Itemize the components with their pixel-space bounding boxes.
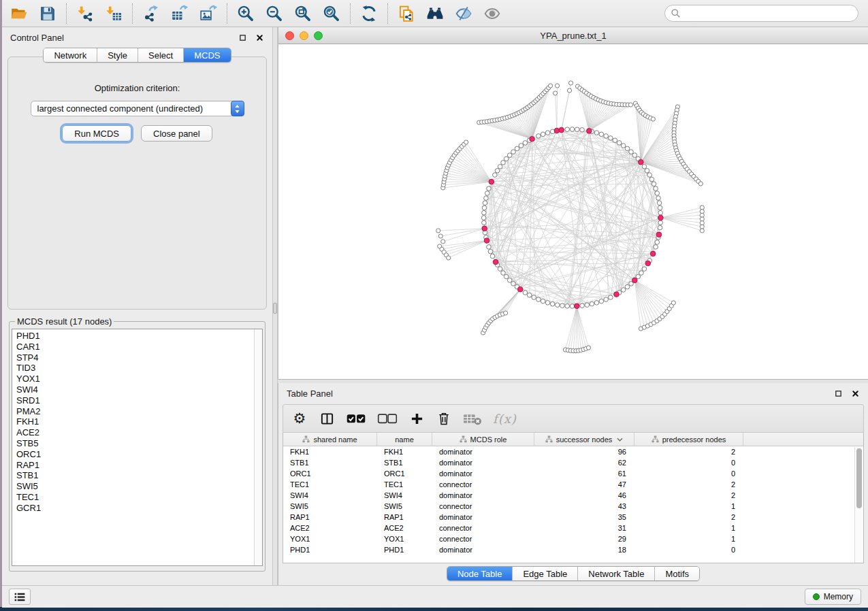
search-input[interactable] (681, 7, 858, 20)
mcds-result-item[interactable]: PHD1 (16, 331, 262, 342)
cell-name: PHD1 (377, 544, 432, 555)
zoom-in-icon[interactable] (231, 2, 260, 25)
mcds-result-item[interactable]: FKH1 (16, 416, 262, 427)
export-table-icon[interactable] (165, 2, 194, 25)
cell-shared-name: TEC1 (283, 479, 377, 490)
mcds-result-item[interactable]: SWI5 (16, 481, 262, 492)
table-row[interactable]: RAP1RAP1dominator352 (283, 512, 863, 523)
network-search-box[interactable] (664, 5, 858, 22)
tab-motifs[interactable]: Motifs (655, 567, 699, 580)
cell-shared-name: SWI5 (283, 501, 377, 512)
network-graph[interactable] (278, 44, 868, 379)
close-panel-icon[interactable] (255, 33, 264, 42)
column-header-successor-nodes[interactable]: successor nodes (534, 433, 634, 446)
cell-MCDS-role: dominator (432, 490, 534, 501)
select-all-rows-icon[interactable] (346, 408, 366, 429)
mcds-result-item[interactable]: GCR1 (16, 503, 262, 514)
table-row[interactable]: SWI5SWI5connector431 (283, 501, 863, 512)
import-table-icon[interactable] (99, 2, 128, 25)
control-panel-tabs: NetworkStyleSelectMCDS (2, 48, 272, 65)
mcds-result-item[interactable]: SWI4 (16, 384, 262, 395)
tab-style[interactable]: Style (97, 48, 138, 62)
run-mcds-button[interactable]: Run MCDS (62, 125, 131, 142)
mcds-result-item[interactable]: YOX1 (16, 374, 262, 384)
mcds-result-item[interactable]: ORC1 (16, 449, 262, 460)
float-panel-icon[interactable] (238, 33, 247, 42)
mcds-result-item[interactable]: STB5 (16, 438, 262, 449)
table-row[interactable]: STB1STB1dominator620 (283, 457, 863, 468)
table-settings-icon[interactable]: ⚙ (291, 408, 308, 429)
close-table-panel-icon[interactable] (851, 389, 860, 398)
cell-shared-name: SWI4 (283, 490, 377, 501)
column-header-shared-name[interactable]: shared name (283, 433, 377, 446)
column-header-predecessor-nodes[interactable]: predecessor nodes (634, 433, 743, 446)
network-window-titlebar[interactable]: YPA_prune.txt_1 (278, 27, 868, 44)
cell-predecessor-nodes: 0 (634, 468, 743, 479)
zoom-fit-icon[interactable] (289, 2, 317, 25)
cell-shared-name: STB1 (283, 457, 377, 468)
table-tabs-bar: Node TableEdge TableNetwork TableMotifs (278, 563, 868, 584)
mcds-result-groupbox: MCDS result (17 nodes) PHD1CAR1STP4TID3Y… (9, 316, 266, 572)
create-column-icon[interactable] (408, 408, 425, 429)
export-network-icon[interactable] (137, 2, 165, 25)
save-session-icon[interactable] (33, 2, 62, 25)
mcds-result-item[interactable]: CAR1 (16, 342, 262, 352)
tab-network-table[interactable]: Network Table (578, 567, 655, 580)
split-table-icon[interactable] (319, 408, 335, 429)
cell-predecessor-nodes: 1 (634, 501, 743, 512)
tab-select[interactable]: Select (138, 48, 184, 62)
cell-predecessor-nodes: 2 (634, 512, 743, 523)
column-header-MCDS-role[interactable]: MCDS role (432, 433, 534, 446)
mcds-result-item[interactable]: TEC1 (16, 492, 262, 503)
zoom-selected-icon[interactable] (317, 2, 346, 25)
cell-successor-nodes: 31 (534, 523, 634, 533)
network-canvas[interactable] (278, 44, 868, 380)
task-history-button[interactable] (9, 589, 31, 605)
table-row[interactable]: ORC1ORC1dominator610 (283, 468, 863, 479)
float-table-panel-icon[interactable] (834, 389, 843, 398)
mcds-result-item[interactable]: STB1 (16, 470, 262, 481)
show-graphics-details-icon[interactable] (449, 2, 478, 25)
refresh-layout-icon[interactable] (355, 2, 383, 25)
memory-button[interactable]: Memory (805, 589, 861, 605)
delete-columns-icon[interactable] (436, 408, 452, 429)
optimization-criterion-select[interactable]: largest connected component (undirected) (31, 101, 244, 116)
column-header-name[interactable]: name (377, 433, 432, 446)
import-network-icon[interactable] (71, 2, 99, 25)
splitter-grip[interactable] (273, 303, 277, 314)
cytoscape-window: Control Panel NetworkStyleSelectMCDS Opt… (2, 0, 868, 608)
mcds-result-item[interactable]: SRD1 (16, 395, 262, 406)
mcds-result-item[interactable]: STP4 (16, 352, 262, 363)
mcds-result-item[interactable]: TID3 (16, 363, 262, 374)
zoom-out-icon[interactable] (260, 2, 289, 25)
cell-predecessor-nodes: 0 (634, 457, 743, 468)
search-network-icon[interactable] (421, 2, 449, 25)
tab-node-table[interactable]: Node Table (447, 567, 513, 580)
table-row[interactable]: TEC1TEC1connector472 (283, 479, 863, 490)
table-scrollbar[interactable] (854, 447, 863, 563)
table-panel-titlebar: Table Panel (278, 383, 868, 403)
copy-network-icon[interactable] (392, 2, 421, 25)
tab-mcds[interactable]: MCDS (184, 48, 230, 62)
open-file-icon[interactable] (5, 2, 33, 25)
table-scrollbar-thumb[interactable] (856, 448, 862, 508)
hide-graphics-details-icon[interactable] (478, 2, 507, 25)
close-panel-button[interactable]: Close panel (141, 125, 212, 142)
cell-name: YOX1 (377, 533, 432, 544)
table-row[interactable]: ACE2ACE2connector311 (283, 523, 863, 533)
mcds-result-item[interactable]: RAP1 (16, 460, 262, 471)
mcds-result-item[interactable]: PMA2 (16, 406, 262, 417)
table-header: shared namenameMCDS rolesuccessor nodesp… (283, 433, 863, 446)
export-image-icon[interactable] (194, 2, 223, 25)
cell-MCDS-role: connector (432, 533, 534, 544)
unselect-all-rows-icon[interactable] (377, 408, 398, 429)
table-row[interactable]: YOX1YOX1connector291 (283, 533, 863, 544)
table-row[interactable]: SWI4SWI4dominator462 (283, 490, 863, 501)
mcds-result-scrollbar[interactable] (254, 329, 262, 565)
mcds-result-item[interactable]: ACE2 (16, 427, 262, 438)
table-row[interactable]: PHD1PHD1dominator180 (283, 544, 863, 555)
tab-network[interactable]: Network (44, 48, 97, 62)
tab-edge-table[interactable]: Edge Table (513, 567, 578, 580)
table-row[interactable]: FKH1FKH1dominator962 (283, 446, 863, 457)
vertical-splitter[interactable] (272, 27, 278, 585)
